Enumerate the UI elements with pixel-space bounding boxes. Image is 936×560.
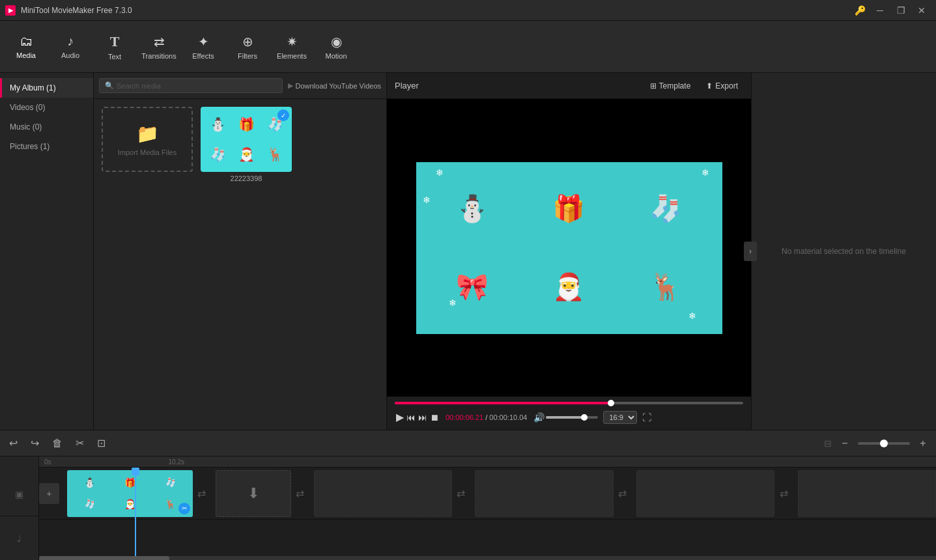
player-video: ⛄ 🎁 🧦 🎀 🎅 🦌 ❄ ❄ ❄ ❄ ❄ <box>387 99 751 397</box>
audio-track <box>39 520 936 556</box>
close-button[interactable]: ✕ <box>913 4 931 17</box>
transition-arrow-2[interactable]: ⇄ <box>291 484 309 503</box>
progress-handle[interactable] <box>608 400 614 406</box>
app-title: MiniTool MovieMaker Free 7.3.0 <box>21 6 855 15</box>
toolbar-item-effects[interactable]: ✦ Effects <box>182 24 224 70</box>
sidebar-item-my-album[interactable]: My Album (1) <box>0 78 93 98</box>
toolbar-item-elements[interactable]: ✷ Elements <box>271 24 313 70</box>
motion-icon: ◉ <box>331 34 342 49</box>
right-panel: › No material selected on the timeline <box>752 73 936 430</box>
media-thumb-image: ⛄ 🎁 🧦 🧦 🎅 🦌 ✓ <box>201 107 292 172</box>
right-panel-toggle[interactable]: › <box>744 242 757 261</box>
zoom-handle[interactable] <box>880 440 888 447</box>
toolbar-item-text[interactable]: T Text <box>94 24 135 70</box>
toolbar-label-transitions: Transitions <box>141 52 176 60</box>
playhead-handle[interactable] <box>132 468 139 475</box>
timeline-area: ↩ ↪ 🗑 ✂ ⊡ ⊟ − + ▣ ♩ 0s <box>0 430 936 560</box>
add-media-button[interactable]: + <box>39 483 59 504</box>
timeline-tracks: + ⛄ 🎁 🧦 🧦 🎅 🦌 ✂ ⇄ <box>39 468 936 556</box>
filters-icon: ⊕ <box>242 34 253 49</box>
scrollbar-thumb[interactable] <box>39 556 169 560</box>
player-video-inner: ⛄ 🎁 🧦 🎀 🎅 🦌 ❄ ❄ ❄ ❄ ❄ <box>416 162 722 334</box>
toolbar-item-motion[interactable]: ◉ Motion <box>315 24 357 70</box>
search-box[interactable]: 🔍 Search media <box>99 78 283 93</box>
media-toolbar: 🔍 Search media ▶ Download YouTube Videos <box>94 73 386 99</box>
zoom-slider[interactable] <box>858 442 910 445</box>
transition-arrow-3[interactable]: ⇄ <box>452 484 470 503</box>
timeline-right-controls: ⊟ − + <box>824 436 931 451</box>
empty-slot-1 <box>314 470 452 517</box>
effects-icon: ✦ <box>198 34 209 49</box>
video-clip-1[interactable]: ⛄ 🎁 🧦 🧦 🎅 🦌 ✂ <box>67 470 193 517</box>
player-actions: ⊞ Template ⬆ Export <box>645 79 743 93</box>
media-selected-check: ✓ <box>277 109 289 121</box>
transition-arrow-5[interactable]: ⇄ <box>774 484 792 503</box>
volume-slider[interactable] <box>546 416 598 419</box>
progress-bar[interactable] <box>395 402 743 404</box>
audio-track-icon: ♩ <box>17 533 21 544</box>
clip-edit-icon: ✂ <box>178 503 190 514</box>
volume-handle[interactable] <box>581 414 588 421</box>
sidebar-item-music[interactable]: Music (0) <box>0 117 93 137</box>
elements-icon: ✷ <box>287 34 298 49</box>
export-button[interactable]: ⬆ Export <box>701 79 743 93</box>
sidebar-item-videos[interactable]: Videos (0) <box>0 98 93 117</box>
media-panel: 🔍 Search media ▶ Download YouTube Videos… <box>94 73 387 430</box>
skip-forward-button[interactable]: ⏭ <box>417 411 429 424</box>
transition-arrow-4[interactable]: ⇄ <box>614 484 631 503</box>
skip-back-button[interactable]: ⏮ <box>405 411 417 424</box>
timeline-playhead[interactable] <box>135 468 136 556</box>
toolbar-item-transitions[interactable]: ⇄ Transitions <box>138 24 180 70</box>
minimize-button[interactable]: ─ <box>871 4 889 17</box>
transition-slot-1[interactable]: ⬇ <box>216 470 291 517</box>
ruler-time-start: 0s <box>44 458 51 466</box>
zoom-in-button[interactable]: + <box>915 436 931 451</box>
toolbar-label-audio: Audio <box>61 51 79 59</box>
toolbar-label-effects: Effects <box>192 52 214 60</box>
player-panel: Player ⊞ Template ⬆ Export ⛄ 🎁 🧦 🎀 <box>387 73 752 430</box>
fullscreen-button[interactable]: ⛶ <box>642 412 651 423</box>
download-youtube-button[interactable]: ▶ Download YouTube Videos <box>288 81 382 90</box>
import-media-button[interactable]: 📁 Import Media Files <box>102 107 193 172</box>
crop-button[interactable]: ⊡ <box>93 434 109 452</box>
zoom-out-button[interactable]: − <box>837 436 853 451</box>
template-button[interactable]: ⊞ Template <box>645 79 696 93</box>
toolbar-item-media[interactable]: 🗂 Media <box>5 24 47 70</box>
app-icon: ▶ <box>5 5 16 16</box>
transition-arrow-1[interactable]: ⇄ <box>193 484 210 503</box>
template-icon: ⊞ <box>650 81 657 91</box>
titlebar: ▶ MiniTool MovieMaker Free 7.3.0 🔑 ─ ❐ ✕ <box>0 0 936 21</box>
export-icon: ⬆ <box>706 81 713 91</box>
youtube-icon: ▶ <box>288 81 293 90</box>
delete-button[interactable]: 🗑 <box>48 435 66 452</box>
redo-button[interactable]: ↪ <box>27 434 43 452</box>
undo-button[interactable]: ↩ <box>5 434 21 452</box>
main-area: My Album (1) Videos (0) Music (0) Pictur… <box>0 73 936 430</box>
no-material-text: No material selected on the timeline <box>782 247 906 256</box>
maximize-button[interactable]: ❐ <box>892 4 910 17</box>
search-placeholder: Search media <box>117 82 161 90</box>
video-track-label: ▣ <box>0 472 38 516</box>
progress-fill <box>395 402 611 404</box>
sidebar-item-pictures[interactable]: Pictures (1) <box>0 137 93 156</box>
cut-button[interactable]: ✂ <box>72 434 88 452</box>
timeline-toolbar: ↩ ↪ 🗑 ✂ ⊡ ⊟ − + <box>0 430 936 456</box>
video-track-icon: ▣ <box>15 489 23 499</box>
play-button[interactable]: ▶ <box>395 410 405 425</box>
aspect-ratio-select[interactable]: 16:9 9:16 4:3 1:1 <box>603 411 637 424</box>
horizontal-scrollbar[interactable] <box>39 556 936 560</box>
media-clip-name: 22223398 <box>201 175 292 182</box>
stop-button[interactable]: ⏹ <box>429 411 440 424</box>
toolbar: 🗂 Media ♪ Audio T Text ⇄ Transitions ✦ E… <box>0 21 936 73</box>
timeline-main: 0s 10.2s + ⛄ 🎁 <box>39 456 936 560</box>
volume-icon[interactable]: 🔊 <box>532 411 546 424</box>
controls-row: ▶ ⏮ ⏭ ⏹ 00:00:06.21 / 00:00:10.04 🔊 16:9… <box>395 410 743 425</box>
media-thumbnail[interactable]: ⛄ 🎁 🧦 🧦 🎅 🦌 ✓ 22223398 <box>201 107 292 182</box>
toolbar-item-filters[interactable]: ⊕ Filters <box>227 24 268 70</box>
toolbar-item-audio[interactable]: ♪ Audio <box>50 24 91 70</box>
key-icon: 🔑 <box>855 5 866 16</box>
time-current: 00:00:06.21 <box>446 413 483 421</box>
timeline-content: ▣ ♩ 0s 10.2s + <box>0 456 936 560</box>
audio-icon: ♪ <box>67 34 74 49</box>
transitions-icon: ⇄ <box>154 34 165 49</box>
